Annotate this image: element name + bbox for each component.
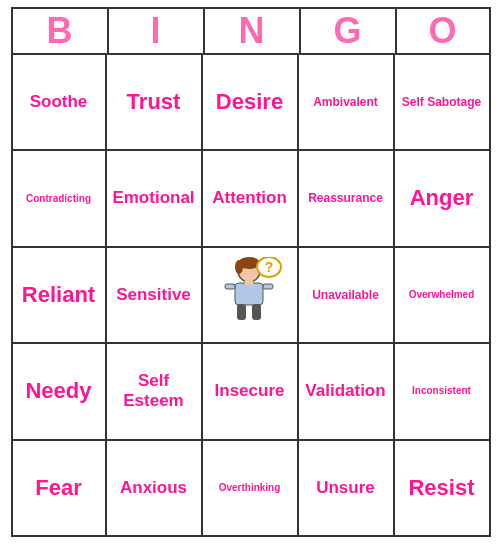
grid-cell-11: Sensitive (107, 248, 203, 344)
cell-text-10: Reliant (22, 282, 95, 308)
cell-text-22: Overthinking (219, 482, 281, 494)
cell-text-3: Ambivalent (313, 95, 378, 109)
cell-text-18: Validation (305, 381, 385, 401)
grid-cell-20: Fear (11, 441, 107, 537)
cell-text-24: Resist (408, 475, 474, 501)
grid-cell-7: Attention (203, 151, 299, 247)
grid-cell-12: ? (203, 248, 299, 344)
svg-rect-3 (235, 283, 263, 305)
svg-text:?: ? (265, 259, 274, 275)
header-cell-I: I (107, 7, 203, 55)
grid-cell-23: Unsure (299, 441, 395, 537)
grid-cell-17: Insecure (203, 344, 299, 440)
cell-text-2: Desire (216, 89, 283, 115)
grid-cell-19: Inconsistent (395, 344, 491, 440)
cell-text-7: Attention (212, 188, 287, 208)
grid-cell-15: Needy (11, 344, 107, 440)
grid-cell-3: Ambivalent (299, 55, 395, 151)
header-cell-N: N (203, 7, 299, 55)
grid-cell-22: Overthinking (203, 441, 299, 537)
grid-cell-14: Overwhelmed (395, 248, 491, 344)
grid-cell-9: Anger (395, 151, 491, 247)
cell-text-20: Fear (35, 475, 81, 501)
cell-text-14: Overwhelmed (409, 289, 475, 301)
svg-rect-8 (252, 304, 261, 320)
cell-text-17: Insecure (215, 381, 285, 401)
cell-text-1: Trust (127, 89, 181, 115)
svg-rect-4 (245, 280, 253, 285)
grid-cell-24: Resist (395, 441, 491, 537)
grid-cell-10: Reliant (11, 248, 107, 344)
grid-cell-4: Self Sabotage (395, 55, 491, 151)
grid-cell-1: Trust (107, 55, 203, 151)
header-cell-O: O (395, 7, 491, 55)
svg-rect-6 (263, 284, 273, 289)
bingo-header: BINGO (11, 7, 491, 55)
cell-text-0: Soothe (30, 92, 88, 112)
cell-text-23: Unsure (316, 478, 375, 498)
grid-cell-13: Unavailable (299, 248, 395, 344)
cell-text-16: Self Esteem (111, 371, 197, 412)
grid-cell-21: Anxious (107, 441, 203, 537)
cell-text-15: Needy (25, 378, 91, 404)
cell-text-21: Anxious (120, 478, 187, 498)
cell-text-6: Emotional (112, 188, 194, 208)
grid-cell-8: Reassurance (299, 151, 395, 247)
cell-text-5: Contradicting (26, 193, 91, 205)
svg-point-2 (235, 260, 243, 274)
grid-cell-16: Self Esteem (107, 344, 203, 440)
grid-cell-18: Validation (299, 344, 395, 440)
grid-cell-0: Soothe (11, 55, 107, 151)
person-figure: ? (217, 257, 282, 332)
cell-text-4: Self Sabotage (402, 95, 481, 109)
header-cell-B: B (11, 7, 107, 55)
bingo-grid: SootheTrustDesireAmbivalentSelf Sabotage… (11, 55, 491, 537)
grid-cell-2: Desire (203, 55, 299, 151)
cell-text-13: Unavailable (312, 288, 379, 302)
grid-cell-6: Emotional (107, 151, 203, 247)
header-cell-G: G (299, 7, 395, 55)
cell-text-11: Sensitive (116, 285, 191, 305)
cell-text-9: Anger (410, 185, 474, 211)
svg-rect-7 (237, 304, 246, 320)
bingo-card: BINGO SootheTrustDesireAmbivalentSelf Sa… (11, 7, 491, 537)
cell-text-19: Inconsistent (412, 385, 471, 397)
grid-cell-5: Contradicting (11, 151, 107, 247)
cell-text-8: Reassurance (308, 191, 383, 205)
svg-rect-5 (225, 284, 235, 289)
